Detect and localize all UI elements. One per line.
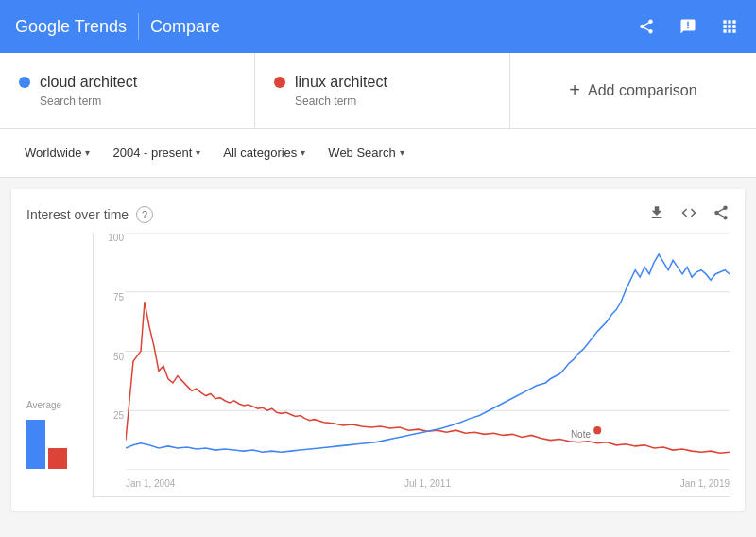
help-icon[interactable]: ? [136, 206, 153, 223]
term-1-dot [19, 77, 30, 88]
filter-location-label: Worldwide [25, 146, 81, 160]
header-divider [138, 13, 139, 40]
term-2-label: linux architect [295, 74, 387, 91]
x-label-2004: Jan 1, 2004 [126, 478, 175, 489]
term-1-type: Search term [19, 95, 235, 108]
chart-card: Interest over time ? Average [11, 189, 745, 511]
avg-label: Average [26, 400, 61, 410]
chart-svg-wrapper: Note [126, 233, 730, 470]
line-chart-area: 100 75 50 25 [93, 233, 730, 497]
y-label-25: 25 [97, 410, 124, 421]
filter-search-type[interactable]: Web Search ▾ [318, 140, 413, 165]
term-2-type: Search term [274, 95, 490, 108]
chart-container: Average 100 75 50 25 [26, 233, 730, 497]
filters-bar: Worldwide ▾ 2004 - present ▾ All categor… [0, 129, 756, 178]
filter-category-label: All categories [223, 146, 297, 160]
x-label-2011: Jul 1, 2011 [404, 478, 451, 489]
page-title: Compare [150, 17, 220, 37]
share-icon[interactable] [635, 15, 658, 38]
chevron-down-icon: ▾ [301, 147, 305, 158]
note-marker [593, 426, 601, 434]
y-label-50: 50 [97, 352, 124, 362]
average-bars: Average [26, 233, 93, 497]
term-1-label: cloud architect [40, 74, 137, 91]
filter-date-label: 2004 - present [112, 146, 192, 160]
y-axis-labels: 100 75 50 25 [94, 233, 128, 470]
term-2-name: linux architect [274, 74, 490, 91]
add-comparison-button[interactable]: + Add comparison [510, 53, 756, 128]
term-2-dot [274, 77, 285, 88]
filter-location[interactable]: Worldwide ▾ [15, 140, 99, 165]
note-label: Note [569, 429, 593, 440]
add-comparison-label: Add comparison [588, 82, 697, 99]
filter-category[interactable]: All categories ▾ [214, 140, 315, 165]
chart-actions [648, 204, 730, 225]
download-icon[interactable] [648, 204, 665, 225]
x-axis-labels: Jan 1, 2004 Jul 1, 2011 Jan 1, 2019 [126, 470, 730, 496]
search-term-2[interactable]: linux architect Search term [255, 53, 510, 128]
chart-title: Interest over time [26, 207, 129, 222]
apps-icon[interactable] [718, 15, 741, 38]
share-icon[interactable] [713, 204, 730, 225]
avg-bar-blue [26, 420, 45, 469]
header: Google Trends Compare [0, 0, 756, 53]
chart-title-area: Interest over time ? [26, 206, 153, 223]
header-icons [635, 15, 741, 38]
chevron-down-icon: ▾ [85, 147, 90, 158]
filter-search-type-label: Web Search [328, 146, 395, 160]
logo-text: Google Trends [15, 17, 127, 37]
line-chart-svg [126, 233, 730, 470]
chart-header: Interest over time ? [26, 204, 730, 225]
x-label-2019: Jan 1, 2019 [680, 478, 730, 489]
y-label-100: 100 [97, 233, 124, 243]
chevron-down-icon: ▾ [400, 147, 404, 158]
avg-bar-red [48, 448, 67, 469]
search-bar: cloud architect Search term linux archit… [0, 53, 756, 129]
term-1-name: cloud architect [19, 74, 235, 91]
red-line [126, 302, 730, 453]
avg-bar-group [26, 420, 67, 469]
logo-area: Google Trends [15, 17, 127, 37]
embed-icon[interactable] [680, 204, 697, 225]
add-icon: + [569, 79, 580, 101]
y-label-75: 75 [97, 292, 124, 303]
blue-line [126, 254, 730, 452]
search-term-1[interactable]: cloud architect Search term [0, 53, 255, 128]
chevron-down-icon: ▾ [196, 147, 200, 158]
filter-date[interactable]: 2004 - present ▾ [103, 140, 210, 165]
feedback-icon[interactable] [677, 15, 699, 38]
